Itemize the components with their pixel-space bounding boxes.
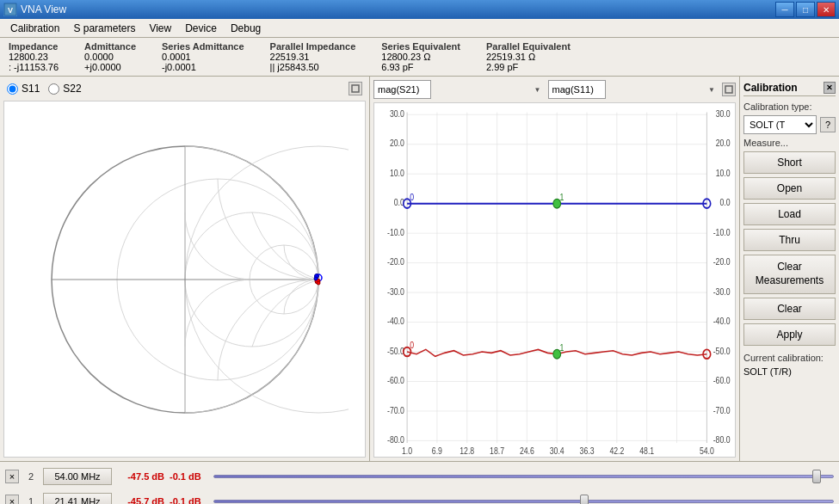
parallel-equivalent-value1: 22519.31 Ω xyxy=(486,52,571,62)
app-icon: V xyxy=(3,3,17,16)
smith-maximize-button[interactable] xyxy=(349,82,362,95)
thru-button[interactable]: Thru xyxy=(743,229,836,251)
menu-bar: Calibration S parameters View Device Deb… xyxy=(0,19,839,38)
db1-value-1: -45.7 dB xyxy=(117,496,164,504)
trace1-select[interactable]: mag(S21) mag(S11) phase(S21) xyxy=(373,80,431,99)
menu-view[interactable]: View xyxy=(142,21,178,36)
series-admittance-group: Series Admittance 0.0001 -j0.0001 xyxy=(162,41,244,72)
calibration-close-button[interactable]: ✕ xyxy=(824,82,836,94)
admittance-label: Admittance xyxy=(84,41,136,52)
svg-text:-20.0: -20.0 xyxy=(713,256,731,267)
slider-row-2: × 2 54.00 MHz -47.5 dB -0.1 dB xyxy=(5,465,834,488)
calibration-type-select[interactable]: SOLT (T xyxy=(743,115,817,134)
db2-value-2: -0.1 dB xyxy=(170,471,208,482)
s22-radio[interactable] xyxy=(48,83,59,95)
svg-text:24.6: 24.6 xyxy=(520,446,534,457)
series-equivalent-label: Series Equivalent xyxy=(381,41,460,52)
trace1-select-wrapper[interactable]: mag(S21) mag(S11) phase(S21) xyxy=(373,80,545,99)
graph-container: 30.0 20.0 10.0 0.0 -10.0 -20.0 -30.0 -40… xyxy=(373,102,736,458)
parallel-impedance-value1: 22519.31 xyxy=(270,52,356,62)
calibration-title: Calibration xyxy=(743,82,798,94)
slider-track-container-2[interactable] xyxy=(213,470,834,483)
calibration-header: Calibration ✕ xyxy=(743,82,836,96)
slider-track-container-1[interactable] xyxy=(213,495,834,504)
minimize-button[interactable]: ─ xyxy=(775,2,794,17)
slider-input-1[interactable] xyxy=(213,495,834,504)
maximize-button[interactable]: □ xyxy=(796,2,815,17)
clear-button[interactable]: Clear xyxy=(743,298,836,320)
trace2-select-wrapper[interactable]: mag(S11) mag(S21) phase(S11) xyxy=(548,80,719,99)
open-button[interactable]: Open xyxy=(743,177,836,200)
svg-rect-16 xyxy=(725,86,732,93)
menu-debug[interactable]: Debug xyxy=(224,21,268,36)
series-admittance-value1: 0.0001 xyxy=(162,52,244,62)
s11-label: S11 xyxy=(22,83,40,95)
svg-text:-60.0: -60.0 xyxy=(713,375,731,385)
current-calibration-label: Current calibration: xyxy=(743,353,836,363)
chart-header: S11 S22 xyxy=(3,80,366,97)
menu-sparameters[interactable]: S parameters xyxy=(66,21,142,36)
series-admittance-label: Series Admittance xyxy=(162,41,244,52)
trace2-select[interactable]: mag(S11) mag(S21) phase(S11) xyxy=(548,80,606,99)
slider-num-1: 1 xyxy=(24,496,38,504)
menu-device[interactable]: Device xyxy=(178,21,224,36)
smith-chart xyxy=(3,101,366,458)
clear-measurements-button[interactable]: ClearMeasurements xyxy=(743,255,836,294)
calibration-panel: Calibration ✕ Calibration type: SOLT (T … xyxy=(740,77,839,461)
main-content: S11 S22 xyxy=(0,77,839,504)
help-button[interactable]: ? xyxy=(820,117,836,132)
admittance-value2: +j0.0000 xyxy=(84,62,136,72)
freq-button-2[interactable]: 54.00 MHz xyxy=(43,468,112,485)
smith-radio-group: S11 S22 xyxy=(7,83,82,95)
s22-radio-label[interactable]: S22 xyxy=(48,83,81,95)
close-button[interactable]: ✕ xyxy=(817,2,836,17)
impedance-value2: : -j11153.76 xyxy=(9,62,59,72)
parallel-impedance-label: Parallel Impedance xyxy=(270,41,356,52)
calibration-type-row: SOLT (T ? xyxy=(743,115,836,134)
svg-text:-70.0: -70.0 xyxy=(713,405,731,415)
app-title: VNA View xyxy=(21,3,66,15)
admittance-group: Admittance 0.0000 +j0.0000 xyxy=(84,41,136,72)
svg-point-15 xyxy=(314,277,318,280)
svg-text:48.1: 48.1 xyxy=(639,446,654,457)
graph-svg: 30.0 20.0 10.0 0.0 -10.0 -20.0 -30.0 -40… xyxy=(374,103,735,457)
graph-maximize-button[interactable] xyxy=(722,83,736,96)
svg-text:1: 1 xyxy=(559,192,564,202)
s11-radio[interactable] xyxy=(7,83,18,95)
parallel-equivalent-group: Parallel Equivalent 22519.31 Ω 2.99 pF xyxy=(486,41,571,72)
admittance-value1: 0.0000 xyxy=(84,52,136,62)
svg-text:-10.0: -10.0 xyxy=(387,227,404,237)
svg-rect-2 xyxy=(352,85,359,92)
svg-text:-40.0: -40.0 xyxy=(713,316,731,326)
svg-text:20.0: 20.0 xyxy=(390,138,404,149)
slider-input-2[interactable] xyxy=(213,470,834,483)
svg-text:0: 0 xyxy=(410,340,414,350)
svg-text:54.0: 54.0 xyxy=(700,446,714,457)
svg-text:10.0: 10.0 xyxy=(390,168,404,178)
parallel-impedance-value2: || j25843.50 xyxy=(270,62,356,72)
slider-x-button-2[interactable]: × xyxy=(5,470,19,483)
svg-text:1: 1 xyxy=(559,342,564,353)
parallel-equivalent-value2: 2.99 pF xyxy=(486,62,571,72)
svg-text:-10.0: -10.0 xyxy=(713,227,731,237)
freq-button-1[interactable]: 21.41 MHz xyxy=(43,493,112,504)
svg-text:30.0: 30.0 xyxy=(716,108,731,119)
series-equivalent-value2: 6.93 pF xyxy=(381,62,460,72)
slider-x-button-1[interactable]: × xyxy=(5,495,19,504)
svg-text:-80.0: -80.0 xyxy=(713,434,731,445)
series-admittance-value2: -j0.0001 xyxy=(162,62,244,72)
graph-header: mag(S21) mag(S11) phase(S21) mag(S11) ma… xyxy=(373,80,736,99)
short-button[interactable]: Short xyxy=(743,151,836,174)
current-calibration-value: SOLT (T/R) xyxy=(743,366,836,377)
bottom-panel: × 2 54.00 MHz -47.5 dB -0.1 dB × 1 21.41… xyxy=(0,461,839,504)
svg-text:-70.0: -70.0 xyxy=(387,405,404,415)
s11-radio-label[interactable]: S11 xyxy=(7,83,40,95)
svg-text:-50.0: -50.0 xyxy=(387,346,404,356)
svg-text:36.3: 36.3 xyxy=(580,446,595,457)
load-button[interactable]: Load xyxy=(743,203,836,225)
info-bar: Impedance 12800.23 : -j11153.76 Admittan… xyxy=(0,38,839,77)
db2-value-1: -0.1 dB xyxy=(170,496,208,504)
menu-calibration[interactable]: Calibration xyxy=(3,21,66,36)
parallel-impedance-group: Parallel Impedance 22519.31 || j25843.50 xyxy=(270,41,356,72)
apply-button[interactable]: Apply xyxy=(743,323,836,346)
